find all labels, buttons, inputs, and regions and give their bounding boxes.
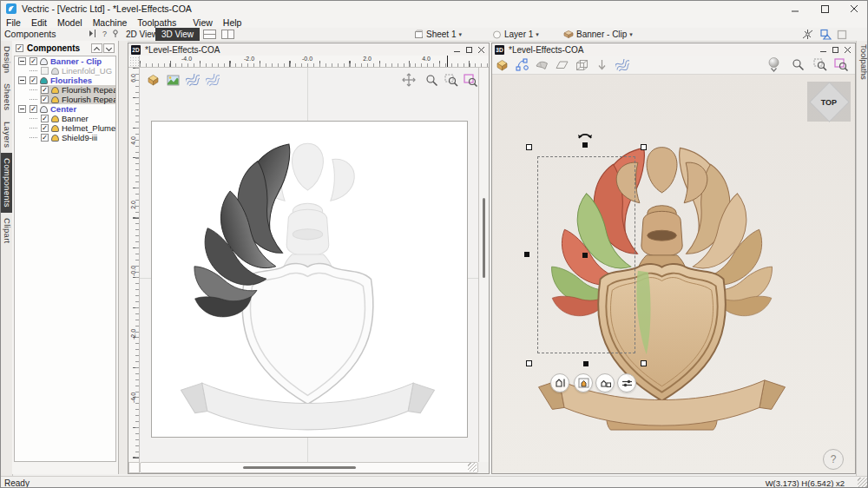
help-button[interactable]: ? bbox=[823, 449, 844, 470]
layer-selector[interactable]: Layer 1 ▾ bbox=[492, 28, 539, 41]
horizontal-scrollbar-thumb[interactable] bbox=[243, 466, 356, 469]
drape-icon[interactable] bbox=[532, 56, 552, 74]
tree-label[interactable]: Banner bbox=[62, 114, 89, 123]
visibility-checkbox[interactable] bbox=[41, 86, 49, 94]
minimize-icon[interactable] bbox=[454, 44, 460, 55]
tree-label[interactable]: Shield9-iii bbox=[62, 133, 97, 142]
components-root-checkbox[interactable] bbox=[16, 44, 23, 52]
rotation-anchor[interactable] bbox=[582, 142, 588, 148]
sidebar-tab-design[interactable]: Design bbox=[1, 41, 12, 78]
wireframe-box-icon[interactable] bbox=[572, 56, 592, 74]
pan-icon[interactable] bbox=[400, 72, 418, 88]
zero-plane-icon[interactable] bbox=[552, 56, 572, 74]
tree-label[interactable]: Linenfold_UG bbox=[62, 66, 112, 76]
visibility-checkbox[interactable] bbox=[30, 57, 37, 65]
material-block-icon[interactable] bbox=[492, 56, 512, 74]
relief-wave-icon[interactable] bbox=[612, 56, 632, 74]
visibility-checkbox[interactable] bbox=[41, 134, 49, 142]
view-cube[interactable]: TOP bbox=[807, 82, 851, 122]
maximize-icon[interactable] bbox=[810, 1, 839, 16]
split-vertical-icon[interactable] bbox=[221, 30, 234, 41]
resize-grip[interactable] bbox=[468, 463, 477, 472]
toolpaths-tab[interactable]: Toolpaths bbox=[857, 41, 868, 83]
window-3d-titlebar[interactable]: 3D *Level-Effects-COA bbox=[492, 43, 855, 56]
tree-row-shield9[interactable]: Shield9-iii bbox=[15, 133, 115, 142]
tree-row-flourishes-group[interactable]: Flourishes bbox=[15, 76, 115, 85]
close-icon[interactable] bbox=[478, 44, 484, 55]
tree-label[interactable]: Flourishes bbox=[50, 76, 92, 85]
zoom-extents-icon[interactable] bbox=[462, 72, 478, 88]
visibility-checkbox[interactable] bbox=[41, 67, 49, 75]
shading-sphere-icon[interactable] bbox=[764, 56, 784, 74]
vertical-scrollbar[interactable] bbox=[478, 68, 489, 462]
selection-handle-nw[interactable] bbox=[526, 144, 532, 150]
zoom-in-icon[interactable] bbox=[423, 72, 440, 88]
set-height-button[interactable] bbox=[550, 373, 569, 392]
2d-drawing-area[interactable] bbox=[140, 68, 478, 462]
geometry-snap-icon[interactable] bbox=[819, 29, 832, 42]
vertical-scrollbar-thumb[interactable] bbox=[483, 198, 485, 278]
tree-label[interactable]: Center bbox=[50, 104, 76, 114]
close-icon[interactable] bbox=[845, 44, 851, 55]
sidebar-tab-components[interactable]: Components bbox=[1, 153, 12, 213]
selection-handle-s[interactable] bbox=[583, 361, 589, 366]
tree-label[interactable]: Helmet_Plumes-50412-A bbox=[62, 123, 116, 133]
collapse-icon[interactable] bbox=[18, 76, 26, 84]
tree-row-helmet-plumes[interactable]: Helmet_Plumes-50412-A bbox=[15, 123, 115, 133]
move-up-button[interactable] bbox=[91, 43, 102, 53]
sheet-selector[interactable]: Sheet 1 ▾ bbox=[414, 28, 462, 41]
panel-splitter[interactable] bbox=[119, 41, 128, 474]
menu-edit[interactable]: Edit bbox=[26, 17, 52, 28]
menu-model[interactable]: Model bbox=[52, 17, 88, 28]
minimize-icon[interactable] bbox=[780, 1, 810, 16]
close-icon[interactable] bbox=[839, 1, 868, 16]
material-block-icon[interactable] bbox=[144, 72, 161, 88]
move-down-button[interactable] bbox=[103, 43, 115, 53]
3d-viewport[interactable]: TOP bbox=[492, 75, 855, 473]
split-horizontal-icon[interactable] bbox=[203, 30, 216, 41]
window-resize-grip[interactable] bbox=[858, 478, 867, 487]
relief-wave-icon[interactable] bbox=[184, 72, 201, 88]
view-cube-face[interactable]: TOP bbox=[809, 82, 850, 122]
menu-toolpaths[interactable]: Toolpaths bbox=[132, 17, 181, 28]
clip-component-button[interactable] bbox=[595, 373, 615, 392]
zoom-extents-icon[interactable] bbox=[831, 56, 851, 74]
coat-of-arms-2d-render[interactable] bbox=[151, 121, 468, 438]
fit-to-material-button[interactable] bbox=[574, 373, 593, 392]
title-bar[interactable]: Vectric - [Vectric Ltd] - *Level-Effects… bbox=[1, 1, 868, 16]
selection-handle-ne[interactable] bbox=[641, 144, 647, 150]
panel-help-icon[interactable]: ? bbox=[102, 30, 107, 38]
sidebar-tab-layers[interactable]: Layers bbox=[1, 116, 12, 153]
visibility-checkbox[interactable] bbox=[41, 124, 49, 132]
sidebar-tab-sheets[interactable]: Sheets bbox=[1, 78, 12, 115]
maximize-icon[interactable] bbox=[832, 44, 838, 55]
zoom-box-icon[interactable] bbox=[810, 56, 830, 74]
transform-origin-marker[interactable] bbox=[582, 253, 588, 258]
pin-panel-icon[interactable] bbox=[112, 29, 119, 39]
menu-view[interactable]: View bbox=[187, 17, 218, 28]
tree-row-banner[interactable]: Banner bbox=[15, 114, 115, 123]
grid-snap-icon[interactable] bbox=[837, 30, 847, 42]
tree-row-banner-clip-group[interactable]: Banner - Clip bbox=[15, 56, 115, 66]
collapse-icon[interactable] bbox=[18, 57, 26, 65]
visibility-checkbox[interactable] bbox=[30, 105, 37, 113]
tree-row-center-group[interactable]: Center bbox=[15, 104, 115, 114]
tab-3d-view[interactable]: 3D View bbox=[155, 28, 200, 41]
window-2d-titlebar[interactable]: 2D *Level-Effects-COA bbox=[128, 43, 489, 56]
selection-handle-w[interactable] bbox=[524, 252, 529, 257]
visibility-checkbox[interactable] bbox=[30, 76, 37, 84]
horizontal-scrollbar[interactable] bbox=[140, 462, 478, 473]
maximize-icon[interactable] bbox=[466, 44, 472, 55]
snap-toggle-icon[interactable] bbox=[801, 29, 814, 42]
relief-wave-2-icon[interactable] bbox=[204, 72, 221, 88]
drop-down-z-icon[interactable] bbox=[592, 56, 612, 74]
collapse-panel-icon[interactable] bbox=[89, 29, 97, 39]
zoom-box-icon[interactable] bbox=[443, 72, 460, 88]
bitmap-preview-icon[interactable] bbox=[164, 72, 181, 88]
menu-file[interactable]: File bbox=[1, 17, 26, 28]
component-selector[interactable]: Banner - Clip ▾ bbox=[563, 28, 633, 41]
edit-nodes-icon[interactable] bbox=[512, 56, 532, 74]
tree-row-flourish-repeat-2[interactable]: Flourish Repeat 2 bbox=[15, 95, 115, 104]
tree-label[interactable]: Flourish Repeat 2 bbox=[62, 95, 116, 104]
menu-machine[interactable]: Machine bbox=[88, 17, 133, 28]
